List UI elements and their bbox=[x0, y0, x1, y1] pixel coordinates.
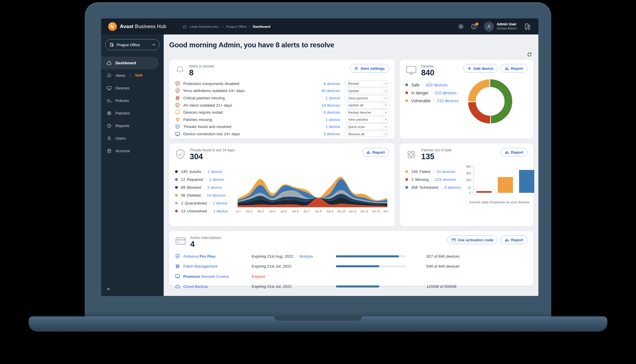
subscription-name[interactable]: Premium Remote Control bbox=[175, 274, 252, 279]
sidebar-item-users[interactable]: Users bbox=[101, 132, 159, 145]
threats-report-button[interactable]: Report bbox=[362, 148, 389, 157]
sidebar-item-alerts[interactable]: AlertsNEW bbox=[101, 69, 159, 82]
settings-gear-icon[interactable] bbox=[458, 24, 464, 30]
alert-action-dropdown[interactable]: Quick scan bbox=[345, 124, 389, 130]
divider bbox=[433, 99, 434, 103]
alert-label: Device connection lost 14+ days bbox=[183, 132, 240, 136]
monitor-icon bbox=[107, 86, 112, 91]
legend-devices-link[interactable]: 1 device bbox=[207, 185, 222, 190]
alert-devices-link[interactable]: 6 devices bbox=[324, 82, 340, 86]
subscription-expiry: Expired bbox=[252, 274, 336, 279]
refresh-icon[interactable] bbox=[527, 52, 532, 57]
laptop-bezel: Avast Business Hub Large Business Acc./P… bbox=[85, 2, 551, 318]
legend-label: Repaired bbox=[187, 177, 203, 182]
patches-legend-row: 2Missing123 devices bbox=[405, 176, 461, 183]
legend-devices-link[interactable]: 420 devices bbox=[426, 83, 448, 87]
patches-report-button[interactable]: Report bbox=[501, 148, 528, 157]
svg-text:Jun 7: Jun 7 bbox=[303, 210, 310, 213]
breadcrumb-item[interactable]: Large Business Acc. bbox=[189, 25, 220, 28]
add-device-button[interactable]: Add device bbox=[463, 64, 498, 73]
dropdown-selected-value: Update all bbox=[345, 103, 382, 107]
sidebar-item-dashboard[interactable]: Dashboard bbox=[101, 57, 159, 69]
monitor-icon bbox=[405, 65, 417, 75]
legend-devices-link[interactable]: 6 devices bbox=[444, 185, 461, 190]
alert-devices-link[interactable]: 6 devices bbox=[324, 110, 340, 115]
alert-devices-link[interactable]: 1 device bbox=[326, 96, 340, 100]
chevron-down-icon bbox=[382, 131, 389, 137]
legend-devices-link[interactable]: 123 devices bbox=[435, 177, 456, 182]
breadcrumb-item[interactable]: Dashboard bbox=[253, 25, 270, 28]
dropdown-selected-value: Restart bbox=[345, 82, 382, 85]
bar-chart-icon bbox=[505, 150, 509, 154]
svg-text:Jun 11: Jun 11 bbox=[349, 210, 357, 213]
subscription-name[interactable]: Cloud Backup bbox=[175, 284, 252, 289]
patch-icon bbox=[175, 264, 180, 269]
legend-devices-link[interactable]: 1 device bbox=[213, 209, 228, 213]
credit-card-icon bbox=[175, 236, 186, 246]
legend-devices-link[interactable]: 14 devices bbox=[207, 193, 226, 197]
alert-action-dropdown[interactable]: Restart devices bbox=[345, 109, 389, 115]
subscription-name[interactable]: Patch Management bbox=[175, 264, 252, 269]
svg-text:10: 10 bbox=[468, 186, 471, 190]
alert-devices-link[interactable]: 1 device bbox=[326, 117, 340, 122]
page-title: Good morning Admin, you have 8 alerts to… bbox=[169, 41, 533, 49]
legend-devices-link[interactable]: 14 devices bbox=[436, 169, 455, 174]
legend-devices-link[interactable]: 210 devices bbox=[435, 91, 457, 95]
sidebar-item-reports[interactable]: Reports bbox=[101, 119, 159, 132]
org-selector[interactable]: Prague Office bbox=[105, 39, 160, 50]
alert-devices-link[interactable]: 45 devices bbox=[321, 89, 340, 93]
devices-report-button[interactable]: Report bbox=[501, 64, 528, 73]
policies-icon bbox=[107, 98, 112, 103]
alert-row: AV client outdated 21+ days14 devicesUpd… bbox=[175, 102, 389, 109]
user-menu[interactable]: Admin User Global Admin bbox=[484, 22, 517, 32]
company-switcher-icon[interactable] bbox=[524, 23, 531, 30]
alert-label: Protection components disabled bbox=[183, 82, 239, 86]
alert-action-dropdown[interactable]: Update bbox=[345, 88, 389, 94]
plus-icon bbox=[468, 67, 471, 70]
divider bbox=[130, 74, 131, 77]
divider bbox=[431, 178, 432, 181]
subscription-name[interactable]: Antivirus Pro Plus bbox=[175, 254, 252, 259]
legend-devices-link[interactable]: 210 devices bbox=[437, 98, 459, 103]
patches-card-label: Patches out of date bbox=[421, 148, 451, 152]
subscription-usage: 120GB of 500GB bbox=[426, 284, 457, 289]
patch-icon bbox=[405, 149, 417, 160]
sidebar-item-account[interactable]: Account bbox=[101, 145, 159, 157]
monitor-icon bbox=[175, 132, 180, 136]
subscriptions-report-button[interactable]: Report bbox=[501, 235, 528, 244]
shield-icon bbox=[175, 103, 180, 108]
sidebar-item-devices[interactable]: Devices bbox=[101, 82, 159, 94]
alert-action-dropdown[interactable]: Dismiss all bbox=[345, 131, 389, 137]
breadcrumb-item[interactable]: Prague Office bbox=[226, 25, 246, 28]
svg-text:?: ? bbox=[473, 25, 475, 28]
subscription-expiry: Expiring 21st Jul, 2022 bbox=[252, 284, 336, 289]
legend-devices-link[interactable]: 1 device bbox=[213, 201, 227, 205]
sidebar-item-policies[interactable]: Policies bbox=[101, 94, 159, 107]
legend-devices-link[interactable]: 1 device bbox=[209, 177, 224, 182]
alert-settings-button[interactable]: Alert settings bbox=[350, 64, 389, 73]
subscriptions-list: Antivirus Pro PlusExpiring 21st Aug, 202… bbox=[175, 251, 528, 292]
legend-label: Scheduled bbox=[420, 185, 438, 190]
devices-card: Devices 840 Add device Report bbox=[400, 60, 533, 139]
topbar: Avast Business Hub Large Business Acc./P… bbox=[101, 18, 538, 34]
subscription-usage: 540 of 840 devices bbox=[426, 264, 459, 268]
threats-legend-row: 145Autofix1 device bbox=[175, 168, 236, 176]
patches-report-label: Report bbox=[511, 150, 523, 155]
subscription-row: Patch ManagementExpiring 21st Jul, 20225… bbox=[175, 261, 528, 272]
alert-action-dropdown[interactable]: View patches bbox=[345, 95, 389, 101]
alert-devices-link[interactable]: 1 device bbox=[326, 124, 340, 129]
sidebar-collapse-button[interactable]: « bbox=[107, 286, 110, 292]
alert-devices-link[interactable]: 14 devices bbox=[321, 103, 340, 108]
alert-action-dropdown[interactable]: Update all bbox=[345, 102, 389, 108]
alert-action-dropdown[interactable]: Restart bbox=[345, 81, 389, 87]
alert-action-dropdown[interactable]: View patches bbox=[345, 117, 389, 123]
expired-status: Expired bbox=[252, 274, 265, 279]
use-activation-code-button[interactable]: Use activation code bbox=[447, 235, 498, 244]
shield-icon bbox=[175, 88, 180, 93]
help-icon[interactable]: ? bbox=[471, 23, 477, 30]
alert-devices-link[interactable]: 3 devices bbox=[324, 132, 340, 136]
subscriptions-card-label: Active subscriptions bbox=[190, 236, 221, 240]
sidebar-item-patches[interactable]: Patches bbox=[101, 107, 159, 119]
multiple-link[interactable]: Multiple bbox=[300, 254, 313, 259]
legend-devices-link[interactable]: 1 device bbox=[208, 169, 222, 174]
